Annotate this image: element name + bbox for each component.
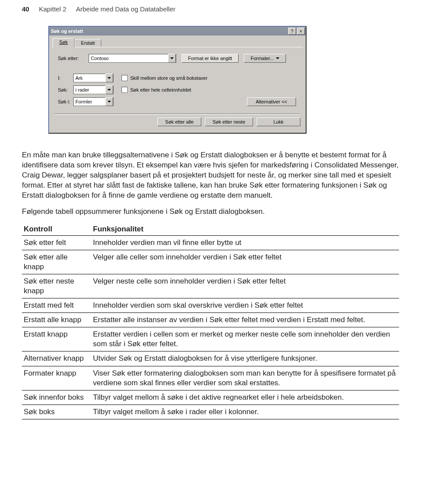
cell-kontroll: Erstatt med felt: [22, 298, 91, 313]
find-next-button-label: Søk etter neste: [213, 119, 246, 124]
label-sok-i: Søk i:: [58, 99, 73, 104]
formater-button-label: Formater...: [250, 56, 274, 61]
checkbox-icon: [121, 87, 128, 93]
help-button[interactable]: ?: [288, 28, 296, 35]
close-button[interactable]: ×: [297, 28, 305, 35]
cell-funksjon: Velger alle celler som inneholder verdie…: [91, 250, 399, 274]
alternativer-button-label: Alternativer <<: [256, 99, 287, 104]
lookin-combo[interactable]: Formler: [73, 97, 114, 106]
col-header-kontroll: Kontroll: [22, 223, 91, 236]
cell-kontroll: Søk innenfor boks: [22, 390, 91, 405]
chevron-down-icon[interactable]: [105, 97, 113, 106]
find-next-button[interactable]: Søk etter neste: [205, 117, 253, 126]
cell-funksjon: Inneholder verdien som skal overskrive v…: [91, 298, 399, 313]
table-row: Alternativer knappUtvider Søk og Erstatt…: [22, 351, 399, 366]
chapter-ref: Kapittel 2: [39, 5, 67, 13]
chevron-down-icon[interactable]: [105, 74, 113, 82]
match-case-checkbox[interactable]: Skill mellom store og små bokstaver: [121, 75, 207, 81]
close-icon: ×: [300, 29, 302, 34]
close-dialog-button[interactable]: Lukk: [257, 117, 300, 126]
cell-funksjon: Tilbyr valget mellom å søke i rader elle…: [91, 405, 399, 419]
tab-label-sok: Søk: [59, 39, 68, 45]
cell-kontroll: Formater knapp: [22, 366, 91, 390]
cell-kontroll: Søk etter alle knapp: [22, 250, 91, 274]
titlebar[interactable]: Søk og erstatt ? ×: [49, 27, 306, 35]
table-row: Erstatt med feltInneholder verdien som s…: [22, 298, 399, 313]
lookin-combo-value: Formler: [75, 99, 92, 104]
whole-cell-label: Søk etter hele celleinnholdet: [130, 87, 191, 92]
cell-kontroll: Søk etter neste knapp: [22, 274, 91, 298]
direction-combo-value: i rader: [75, 87, 89, 92]
within-combo-value: Ark: [75, 75, 83, 81]
formater-button[interactable]: Formater...: [244, 54, 286, 63]
page-header: 40 Kapittel 2 Arbeide med Data og Datata…: [22, 5, 399, 13]
chevron-down-icon[interactable]: [168, 54, 176, 63]
table-row: Søk etter neste knappVelger neste celle …: [22, 274, 399, 298]
cell-funksjon: Velger neste celle som inneholder verdie…: [91, 274, 399, 298]
find-all-button-label: Søk etter alle: [165, 119, 194, 124]
chevron-down-icon: [276, 57, 279, 59]
tab-erstatt[interactable]: Erstatt: [75, 39, 102, 47]
col-header-funksjonalitet: Funksjonalitet: [91, 223, 399, 236]
table-row: Søk etter alle knappVelger alle celler s…: [22, 250, 399, 274]
cell-kontroll: Alternativer knapp: [22, 351, 91, 366]
cell-funksjon: Erstatter verdien i cellen som er merket…: [91, 327, 399, 351]
cell-kontroll: Erstatt alle knapp: [22, 313, 91, 327]
chapter-title: Arbeide med Data og Datatabeller: [76, 5, 175, 13]
paragraph-2: Følgende tabell oppsummerer funksjonene …: [22, 207, 399, 217]
find-all-button[interactable]: Søk etter alle: [157, 117, 201, 126]
divider: [54, 114, 300, 115]
cell-kontroll: Erstatt knapp: [22, 327, 91, 351]
cell-funksjon: Inneholder verdien man vil finne eller b…: [91, 235, 399, 250]
functions-table: Kontroll Funksjonalitet Søk etter feltIn…: [22, 223, 399, 419]
dialog-title: Søk og erstatt: [51, 28, 287, 34]
paragraph-1: En måte man kan bruke tilleggsalternativ…: [22, 150, 399, 201]
close-dialog-button-label: Lukk: [273, 119, 283, 124]
cell-kontroll: Søk boks: [22, 405, 91, 419]
direction-combo[interactable]: i rader: [73, 85, 114, 94]
chevron-down-icon[interactable]: [105, 85, 113, 94]
search-input-value: Contoso: [91, 56, 109, 61]
label-sok-etter: Søk etter:: [58, 56, 89, 61]
page-number: 40: [22, 5, 29, 13]
cell-funksjon: Tilbyr valget mellom å søke i det aktive…: [91, 390, 399, 405]
label-sok: Søk:: [58, 87, 73, 92]
format-display: Format er ikke angitt: [182, 54, 239, 63]
cell-funksjon: Viser Søk etter formatering dialogboksen…: [91, 366, 399, 390]
label-i: I:: [58, 75, 73, 81]
find-replace-dialog: Søk og erstatt ? × Søk Erstatt Søk ett: [48, 26, 307, 134]
tab-label-erstatt: Erstatt: [81, 40, 95, 46]
within-combo[interactable]: Ark: [73, 74, 114, 82]
table-row: Søk etter feltInneholder verdien man vil…: [22, 235, 399, 250]
tab-sok[interactable]: Søk: [53, 38, 75, 47]
help-icon: ?: [291, 29, 293, 34]
alternativer-button[interactable]: Alternativer <<: [247, 97, 296, 106]
match-case-label: Skill mellom store og små bokstaver: [130, 75, 207, 81]
search-input[interactable]: Contoso: [89, 54, 176, 63]
cell-funksjon: Utvider Søk og Erstatt dialogboksen for …: [91, 351, 399, 366]
checkbox-icon: [121, 75, 128, 81]
cell-funksjon: Erstatter alle instanser av verdien i Sø…: [91, 313, 399, 327]
cell-kontroll: Søk etter felt: [22, 235, 91, 250]
table-row: Formater knappViser Søk etter formaterin…: [22, 366, 399, 390]
table-row: Erstatt knappErstatter verdien i cellen …: [22, 327, 399, 351]
table-row: Erstatt alle knappErstatter alle instans…: [22, 313, 399, 327]
format-display-text: Format er ikke angitt: [188, 56, 232, 61]
table-row: Søk innenfor boksTilbyr valget mellom å …: [22, 390, 399, 405]
table-row: Søk boksTilbyr valget mellom å søke i ra…: [22, 405, 399, 419]
whole-cell-checkbox[interactable]: Søk etter hele celleinnholdet: [121, 87, 191, 93]
